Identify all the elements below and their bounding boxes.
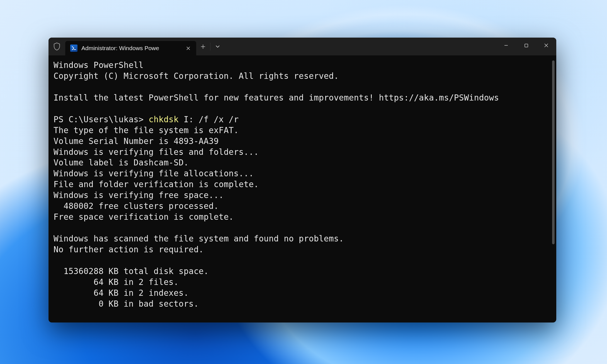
- close-window-button[interactable]: [536, 38, 556, 53]
- titlebar[interactable]: Administrator: Windows Powe: [48, 38, 556, 55]
- terminal-output: Windows PowerShell Copyright (C) Microso…: [54, 60, 551, 309]
- maximize-button[interactable]: [516, 38, 536, 53]
- terminal-window: Administrator: Windows Powe: [48, 38, 556, 323]
- minimize-button[interactable]: [496, 38, 516, 53]
- tab-dropdown-button[interactable]: [211, 38, 224, 55]
- tab-title: Administrator: Windows Powe: [81, 45, 159, 52]
- terminal-body[interactable]: Windows PowerShell Copyright (C) Microso…: [48, 55, 556, 323]
- tab-powershell[interactable]: Administrator: Windows Powe: [65, 41, 196, 55]
- window-controls: [496, 38, 556, 53]
- powershell-icon: [70, 45, 77, 52]
- tab-close-button[interactable]: [184, 44, 192, 52]
- new-tab-button[interactable]: [196, 38, 210, 55]
- scrollbar[interactable]: [552, 60, 555, 244]
- divider: [210, 43, 210, 50]
- admin-shield-icon: [48, 38, 65, 55]
- svg-rect-0: [525, 44, 528, 47]
